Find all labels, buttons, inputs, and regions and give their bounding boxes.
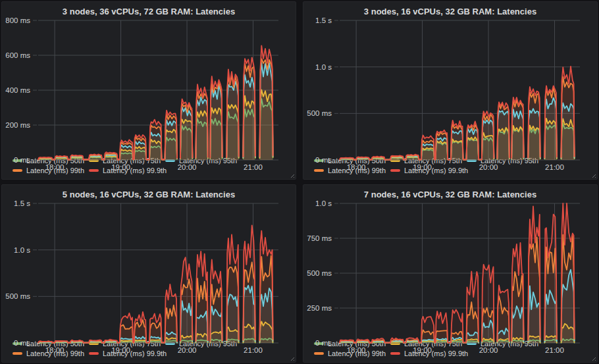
x-tick-label: 21:00 [244,163,263,171]
latency-chart-area[interactable]: 1.5 s1.0 s500 ms0 ms18:0019:0020:0021:00 [303,17,597,156]
latency-chart[interactable]: 1.0 s750 ms500 ms250 ms0 ms18:0019:0020:… [303,200,597,357]
panel-5-nodes-16-vcpus: 5 nodes, 16 vCPUs, 32 GB RAM: Latencies … [1,184,296,363]
x-tick-label: 20:00 [479,163,498,171]
panel-title[interactable]: 7 nodes, 16 vCPUs, 32 GB RAM: Latencies [303,185,597,200]
x-tick-label: 19:00 [413,346,432,354]
x-tick-label: 19:00 [111,163,130,171]
y-tick-label: 500 ms [307,109,332,117]
latency-chart-area[interactable]: 800 ms600 ms400 ms200 ms0 ms18:0019:0020… [2,17,296,156]
y-tick-label: 1.0 s [315,200,332,207]
panel-title[interactable]: 3 nodes, 36 vCPUs, 72 GB RAM: Latencies [2,2,296,17]
x-tick-label: 18:00 [45,346,65,354]
series-fill-p999 [340,111,494,160]
x-tick-label: 21:00 [545,163,564,171]
y-tick-label: 200 ms [5,121,30,129]
y-tick-label: 0 ms [315,156,332,164]
y-tick-label: 1.0 s [14,246,30,254]
y-tick-label: 0 ms [315,339,332,347]
y-tick-label: 400 ms [5,86,30,94]
y-tick-label: 1.5 s [14,200,30,207]
panel-3-nodes-36-vcpus: 3 nodes, 36 vCPUs, 72 GB RAM: Latencies … [1,1,296,180]
series-fill-p999 [340,271,479,343]
panel-title[interactable]: 5 nodes, 16 vCPUs, 32 GB RAM: Latencies [2,185,296,200]
y-tick-label: 500 ms [307,269,332,277]
y-tick-label: 1.5 s [315,17,332,24]
x-tick-label: 18:00 [45,163,65,171]
y-tick-label: 1.0 s [315,63,332,71]
y-tick-label: 500 ms [5,292,30,300]
latency-chart-area[interactable]: 1.0 s750 ms500 ms250 ms0 ms18:0019:0020:… [303,200,597,339]
x-tick-label: 20:00 [479,346,498,354]
panel-7-nodes-16-vcpus: 7 nodes, 16 vCPUs, 32 GB RAM: Latencies … [303,184,598,363]
x-tick-label: 20:00 [178,346,197,354]
x-tick-label: 21:00 [545,346,564,354]
x-tick-label: 20:00 [178,163,197,171]
panel-title[interactable]: 3 nodes, 16 vCPUs, 32 GB RAM: Latencies [303,2,597,17]
latency-chart[interactable]: 1.5 s1.0 s500 ms0 ms18:0019:0020:0021:00 [303,17,597,174]
panel-3-nodes-16-vcpus: 3 nodes, 16 vCPUs, 32 GB RAM: Latencies … [303,1,598,180]
latency-chart-area[interactable]: 1.5 s1.0 s500 ms0 ms18:0019:0020:0021:00 [2,200,296,339]
x-tick-label: 18:00 [347,163,366,171]
y-tick-label: 600 ms [5,51,30,59]
series-fill-p999 [38,284,177,343]
y-tick-label: 750 ms [307,234,332,242]
x-tick-label: 19:00 [111,346,130,354]
latency-chart[interactable]: 800 ms600 ms400 ms200 ms0 ms18:0019:0020… [2,17,296,174]
grafana-dashboard: 3 nodes, 36 vCPUs, 72 GB RAM: Latencies … [0,0,599,364]
x-tick-label: 21:00 [244,346,263,354]
y-tick-label: 250 ms [307,304,332,312]
latency-chart[interactable]: 1.5 s1.0 s500 ms0 ms18:0019:0020:0021:00 [2,200,296,357]
y-tick-label: 0 ms [14,156,30,164]
x-tick-label: 18:00 [347,346,366,354]
x-tick-label: 19:00 [413,163,432,171]
y-tick-label: 0 ms [14,339,30,347]
y-tick-label: 800 ms [5,17,30,24]
